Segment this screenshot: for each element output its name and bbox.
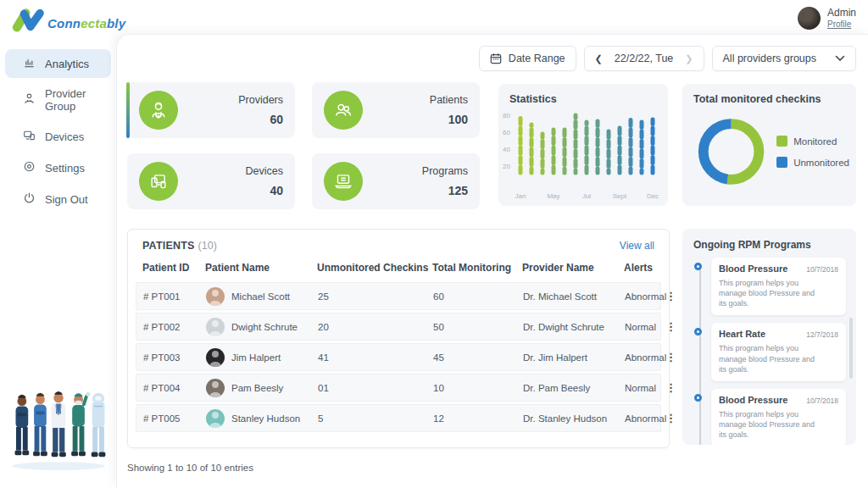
current-date: 22/2/22, Tue	[615, 53, 674, 64]
stat-card-patients: Patients100	[312, 82, 480, 138]
stat-label: Patients	[430, 94, 468, 106]
svg-text:20: 20	[503, 163, 510, 170]
date-navigator: ❮ 22/2/22, Tue ❯	[584, 46, 704, 71]
patient-name: Jim Halpert	[231, 352, 281, 363]
sidebar-item-sign-out[interactable]: Sign Out	[5, 185, 111, 214]
column-header: Patient Name	[205, 262, 317, 274]
provider-name: Dr. Jim Halpert	[523, 352, 625, 363]
provider-name: Dr. Michael Scott	[523, 291, 625, 302]
alert-status: Normal	[625, 383, 665, 393]
stat-value: 60	[238, 113, 283, 126]
table-entries-summary: Showing 1 to 10 of 10 entries	[127, 463, 253, 473]
program-date: 12/7/2018	[806, 330, 838, 339]
alert-status: Abnormal	[625, 291, 665, 302]
stat-card-providers: Providers60	[127, 82, 295, 138]
unmonitored-checkins: 20	[318, 322, 433, 332]
providers-group-value: All providers groups	[723, 53, 816, 64]
patient-name-cell: Pam Beesly	[206, 379, 318, 397]
patients-count: (10)	[198, 240, 217, 252]
alert-status: Abnormal	[625, 413, 665, 424]
patient-name-cell: Dwight Schrute	[206, 318, 318, 336]
patient-name: Pam Beesly	[231, 383, 283, 393]
sidebar-item-label: Devices	[45, 130, 84, 143]
sidebar-item-settings[interactable]: Settings	[5, 153, 111, 182]
patients-panel: PATIENTS (10) View all Patient IDPatient…	[127, 229, 670, 448]
sign-out-icon	[23, 191, 36, 207]
patients-table-header: Patient IDPatient NameUnmonitored Checki…	[136, 260, 661, 282]
brand-swoosh-icon	[12, 7, 46, 32]
sidebar-item-label: Sign Out	[45, 193, 88, 206]
patient-row: # PT002Dwight Schrute2050Dr. Dwight Schr…	[136, 313, 661, 341]
user-menu[interactable]: Admin Profile	[798, 7, 856, 30]
row-actions-menu-icon[interactable]: ⋮	[665, 291, 676, 301]
total-monitoring: 12	[433, 413, 523, 424]
prev-date-button[interactable]: ❮	[595, 53, 603, 64]
row-actions-menu-icon[interactable]: ⋮	[665, 413, 676, 423]
sidebar-item-devices[interactable]: Devices	[5, 122, 111, 151]
patient-avatar	[206, 409, 225, 428]
rpm-program-card[interactable]: Heart Rate12/7/2018This program helps yo…	[711, 323, 846, 380]
svg-text:Jul: Jul	[582, 192, 591, 200]
provider-group-icon	[23, 92, 36, 108]
provider-name: Dr. Pam Beesly	[523, 383, 625, 393]
legend-item-unmonitored: Unmonitored	[776, 157, 849, 168]
sidebar-item-analytics[interactable]: Analytics	[5, 49, 111, 78]
column-header: Total Monitoring	[432, 262, 522, 274]
rpm-scrollbar-thumb[interactable]	[849, 318, 853, 379]
patient-avatar	[206, 348, 225, 367]
svg-text:Jan: Jan	[515, 192, 526, 200]
statistics-title: Statistics	[498, 84, 668, 105]
patient-avatar	[206, 287, 225, 306]
user-name: Admin	[827, 8, 856, 19]
patient-row: # PT003Jim Halpert4145Dr. Jim HalpertAbn…	[136, 343, 661, 371]
patient-name: Stanley Hudson	[231, 413, 300, 424]
rpm-program-card[interactable]: Blood Pressure10/7/2018This program help…	[711, 389, 846, 445]
unmonitored-checkins: 01	[318, 383, 433, 393]
devices-icon	[23, 129, 36, 144]
column-header: Unmonitored Checkins	[317, 262, 432, 274]
next-date-button[interactable]: ❯	[685, 53, 693, 64]
patient-name-cell: Michael Scott	[206, 287, 318, 306]
rpm-program-card[interactable]: Blood Pressure10/7/2018This program help…	[711, 258, 846, 315]
row-actions-menu-icon[interactable]: ⋮	[665, 383, 676, 392]
patient-avatar	[206, 318, 225, 336]
patient-id: # PT002	[143, 322, 206, 332]
total-monitoring: 10	[433, 383, 523, 393]
stat-card-programs: Programs125	[312, 153, 480, 209]
program-date: 10/7/2018	[806, 265, 838, 274]
rpm-timeline: Blood Pressure10/7/2018This program help…	[711, 258, 846, 445]
date-range-label: Date Range	[509, 53, 565, 64]
view-all-link[interactable]: View all	[620, 240, 654, 252]
stat-value: 40	[246, 184, 283, 197]
legend-swatch	[776, 157, 787, 168]
svg-text:40: 40	[503, 146, 510, 153]
user-avatar[interactable]	[798, 7, 821, 30]
row-actions-menu-icon[interactable]: ⋮	[665, 322, 676, 331]
column-header: Patient ID	[142, 262, 205, 274]
stat-value: 125	[422, 184, 468, 197]
program-description: This program helps you manage blood Pres…	[719, 343, 821, 374]
unmonitored-checkins: 25	[318, 291, 433, 302]
unmonitored-checkins: 41	[318, 352, 433, 363]
brand-logo: Connectably	[12, 7, 125, 32]
program-description: This program helps you manage blood Pres…	[719, 409, 821, 440]
calendar-icon	[490, 53, 502, 64]
filter-controls: Date Range ❮ 22/2/22, Tue ❯ All provider…	[479, 46, 856, 71]
providers-group-dropdown[interactable]: All providers groups	[712, 46, 856, 71]
doctor-icon	[139, 91, 178, 130]
date-range-button[interactable]: Date Range	[479, 46, 576, 71]
medical-team-illustration	[8, 386, 108, 474]
program-title: Heart Rate	[719, 329, 765, 339]
legend-label: Unmonitored	[793, 158, 849, 168]
program-title: Blood Pressure	[719, 395, 787, 405]
patients-table-body: # PT001Michael Scott2560Dr. Michael Scot…	[136, 282, 661, 432]
brand-name: Connectably	[47, 16, 125, 30]
provider-name: Dr. Stanley Hudson	[523, 413, 625, 424]
column-header: Provider Name	[522, 262, 624, 274]
patient-id: # PT004	[143, 383, 206, 393]
patient-id: # PT003	[143, 352, 206, 363]
sidebar-item-provider-group[interactable]: Provider Group	[5, 80, 111, 119]
timeline-dot-icon	[694, 263, 702, 270]
row-actions-menu-icon[interactable]: ⋮	[665, 352, 676, 362]
profile-link[interactable]: Profile	[827, 19, 856, 30]
